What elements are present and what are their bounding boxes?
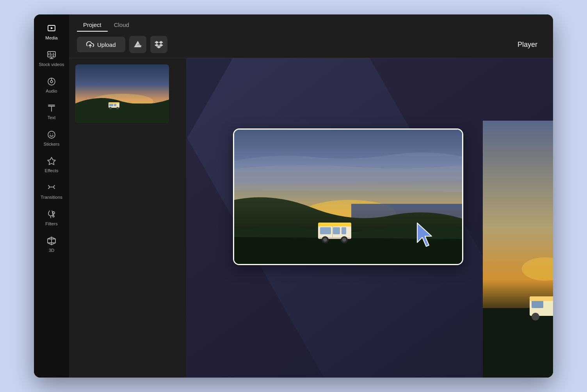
stickers-icon (46, 129, 57, 140)
sidebar-label-audio: Audio (46, 89, 57, 93)
svg-point-21 (52, 212, 55, 214)
video-preview (233, 128, 463, 265)
player-area (186, 58, 553, 378)
svg-point-44 (532, 313, 539, 321)
tab-cloud[interactable]: Cloud (108, 18, 135, 31)
filters-icon (46, 209, 57, 220)
app-window: Media Stock videos (34, 14, 553, 378)
sidebar-label-3d: 3D (49, 248, 55, 253)
cursor-arrow (415, 221, 439, 248)
svg-point-17 (50, 134, 51, 134)
sidebar-item-text[interactable]: Text (36, 99, 67, 124)
toolbar-row: Upload (69, 31, 553, 58)
svg-point-33 (109, 107, 112, 109)
sidebar-label-stock: Stock videos (39, 62, 64, 67)
main-content: Project Cloud Upload (69, 14, 553, 378)
sidebar-item-audio[interactable]: Audio (36, 72, 67, 97)
svg-point-62 (342, 238, 346, 242)
tab-project[interactable]: Project (77, 18, 108, 31)
overflow-image (483, 121, 553, 378)
sidebar-label-stickers: Stickers (44, 142, 60, 146)
svg-point-16 (48, 131, 55, 138)
thumbnail-image (75, 64, 169, 123)
sidebar-label-text: Text (47, 115, 55, 120)
top-panel: Project Cloud Upload (69, 14, 553, 58)
sidebar-label-effects: Effects (45, 168, 59, 173)
svg-point-18 (52, 134, 53, 134)
google-drive-icon (133, 40, 142, 49)
svg-rect-53 (318, 225, 351, 226)
overflow-scene (483, 121, 553, 378)
google-drive-button[interactable] (129, 36, 146, 53)
svg-rect-41 (483, 308, 553, 378)
sidebar-item-transitions[interactable]: Transitions (36, 178, 67, 203)
sidebar-item-3d[interactable]: 3D (36, 232, 67, 257)
svg-marker-63 (417, 223, 432, 246)
sidebar-item-effects[interactable]: Effects (36, 152, 67, 177)
text-icon (46, 103, 57, 114)
svg-rect-46 (530, 296, 553, 301)
effects-icon (46, 156, 57, 167)
svg-point-34 (116, 107, 119, 109)
sidebar-item-stickers[interactable]: Stickers (36, 125, 67, 150)
svg-point-22 (53, 216, 54, 217)
content-area (69, 58, 553, 378)
media-icon (46, 23, 57, 34)
thumbnail-svg (75, 64, 169, 123)
audio-icon (46, 76, 57, 87)
sidebar-item-stock-videos[interactable]: Stock videos (36, 46, 67, 71)
player-label: Player (518, 41, 545, 49)
svg-rect-56 (342, 227, 346, 234)
svg-rect-54 (320, 227, 331, 234)
dropbox-icon (155, 40, 163, 49)
svg-rect-55 (333, 227, 340, 234)
sidebar-label-filters: Filters (45, 221, 57, 226)
svg-point-60 (323, 238, 327, 242)
media-thumbnail[interactable] (75, 64, 169, 123)
upload-label: Upload (97, 41, 116, 48)
sidebar-item-media[interactable]: Media (36, 19, 67, 44)
svg-rect-32 (114, 103, 116, 106)
sidebar: Media Stock videos (34, 14, 69, 378)
svg-rect-31 (109, 103, 113, 106)
dropbox-button[interactable] (150, 36, 167, 53)
svg-rect-35 (109, 102, 119, 104)
sidebar-label-media: Media (45, 36, 57, 40)
tabs-row: Project Cloud (69, 14, 553, 31)
svg-marker-19 (48, 157, 55, 165)
svg-marker-1 (51, 27, 53, 29)
sidebar-item-filters[interactable]: Filters (36, 205, 67, 230)
transitions-icon (46, 182, 57, 193)
stock-videos-icon (46, 50, 57, 61)
media-panel (69, 58, 186, 378)
threed-icon (46, 235, 57, 246)
upload-button[interactable]: Upload (77, 37, 125, 52)
upload-icon (86, 41, 94, 48)
sidebar-label-transitions: Transitions (41, 195, 62, 200)
